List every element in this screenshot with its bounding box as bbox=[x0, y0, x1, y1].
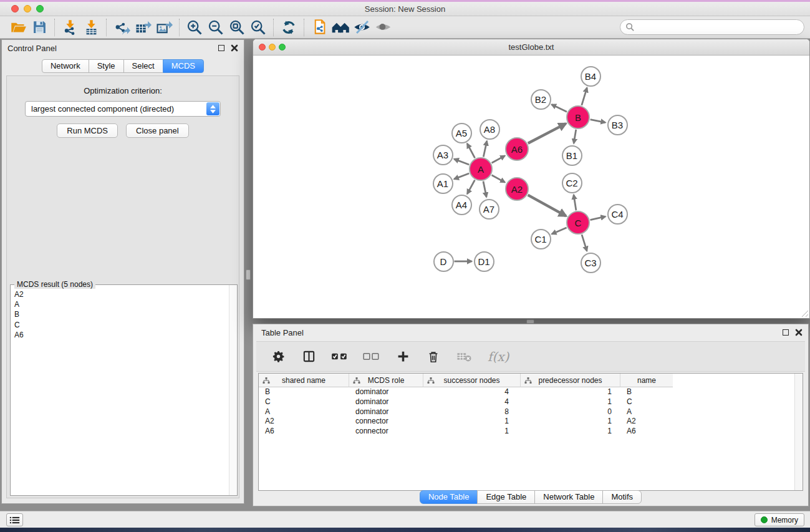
table-row[interactable]: A6connector11A6 bbox=[259, 427, 803, 437]
task-history-button[interactable] bbox=[6, 513, 23, 526]
graph-edge-A6-B[interactable] bbox=[528, 123, 566, 143]
graph-edge-A-A8[interactable] bbox=[483, 141, 487, 157]
tab-network-table[interactable]: Network Table bbox=[534, 490, 603, 504]
delete-column-button[interactable] bbox=[425, 347, 441, 366]
graph-edge-A-A2[interactable] bbox=[492, 175, 505, 183]
close-panel-icon[interactable] bbox=[795, 329, 803, 336]
graph-edge-A2-C[interactable] bbox=[528, 195, 566, 216]
mcds-result-item[interactable]: A bbox=[14, 299, 228, 309]
zoom-out-button[interactable] bbox=[205, 17, 226, 37]
result-scrollbar[interactable] bbox=[229, 285, 237, 495]
table-row[interactable]: Adominator80A bbox=[259, 407, 803, 417]
graph-node-A8[interactable]: A8 bbox=[480, 119, 500, 140]
graph-edge-C-C1[interactable] bbox=[552, 228, 567, 234]
tab-network[interactable]: Network bbox=[42, 59, 89, 73]
show-graphics-button[interactable] bbox=[372, 17, 393, 37]
table-row[interactable]: A2connector11A2 bbox=[259, 417, 803, 427]
tab-edge-table[interactable]: Edge Table bbox=[477, 490, 535, 504]
graph-edge-A-A7[interactable] bbox=[483, 181, 486, 197]
zoom-fit-button[interactable] bbox=[226, 17, 248, 37]
graph-node-A6[interactable]: A6 bbox=[505, 137, 529, 161]
tab-select[interactable]: Select bbox=[123, 59, 163, 73]
graph-node-A5[interactable]: A5 bbox=[451, 123, 472, 143]
export-image-button[interactable] bbox=[153, 17, 175, 37]
search-input[interactable] bbox=[635, 21, 804, 34]
graph-node-D1[interactable]: D1 bbox=[474, 251, 494, 272]
graph-edge-A-A6[interactable] bbox=[492, 156, 505, 163]
import-table-button[interactable] bbox=[80, 17, 102, 37]
graph-node-A3[interactable]: A3 bbox=[433, 145, 453, 165]
delete-table-button[interactable] bbox=[456, 347, 473, 366]
tab-motifs[interactable]: Motifs bbox=[602, 490, 642, 504]
graph-edge-B-B1[interactable] bbox=[574, 130, 576, 143]
graph-node-A1[interactable]: A1 bbox=[433, 173, 453, 194]
column-header-shared-name[interactable]: shared name bbox=[259, 374, 349, 387]
column-header-name[interactable]: name bbox=[620, 374, 673, 387]
tab-mcds[interactable]: MCDS bbox=[163, 59, 204, 73]
column-header-predecessor-nodes[interactable]: predecessor nodes bbox=[521, 374, 620, 387]
graph-edge-B-B2[interactable] bbox=[552, 104, 567, 112]
run-mcds-button[interactable]: Run MCDS bbox=[57, 123, 118, 138]
network-from-file-button[interactable] bbox=[309, 17, 330, 37]
graph-node-A[interactable]: A bbox=[469, 157, 493, 181]
graph-node-C4[interactable]: C4 bbox=[607, 204, 628, 225]
open-session-button[interactable] bbox=[7, 17, 29, 37]
import-network-button[interactable] bbox=[59, 17, 80, 37]
graph-edge-A-A1[interactable] bbox=[454, 173, 469, 179]
tab-style[interactable]: Style bbox=[89, 59, 124, 73]
graph-edge-A-A5[interactable] bbox=[467, 143, 475, 158]
close-panel-icon[interactable] bbox=[231, 44, 238, 52]
graph-node-A4[interactable]: A4 bbox=[451, 195, 472, 215]
column-layout-button[interactable] bbox=[301, 347, 317, 366]
graph-edge-A-A3[interactable] bbox=[454, 159, 469, 165]
graph-edge-C-C3[interactable] bbox=[582, 235, 587, 251]
graph-edge-B-B4[interactable] bbox=[582, 88, 587, 105]
graph-node-C[interactable]: C bbox=[566, 211, 590, 235]
add-column-button[interactable] bbox=[395, 347, 411, 366]
function-builder-button[interactable]: f(x) bbox=[488, 347, 509, 366]
float-panel-icon[interactable] bbox=[218, 45, 224, 51]
graph-edge-B-B3[interactable] bbox=[591, 120, 605, 123]
float-panel-icon[interactable] bbox=[783, 329, 789, 336]
network-canvas[interactable]: B4B2BB3A5A8A6B1A3AC2A1A2A4A7C4CC1C3DD1 bbox=[253, 56, 809, 318]
close-panel-button[interactable]: Close panel bbox=[126, 123, 189, 138]
table-scrollbar[interactable] bbox=[794, 374, 803, 490]
graph-node-D[interactable]: D bbox=[433, 251, 454, 272]
graph-node-C1[interactable]: C1 bbox=[531, 229, 551, 249]
graph-node-B4[interactable]: B4 bbox=[581, 66, 601, 87]
mcds-result-item[interactable]: C bbox=[14, 320, 228, 330]
save-session-button[interactable] bbox=[29, 17, 50, 37]
memory-button[interactable]: Memory bbox=[755, 513, 804, 526]
graph-node-B1[interactable]: B1 bbox=[562, 145, 582, 166]
graph-node-B[interactable]: B bbox=[566, 105, 590, 129]
zoom-in-button[interactable] bbox=[184, 17, 205, 37]
column-header-successor-nodes[interactable]: successor nodes bbox=[423, 374, 521, 387]
graph-node-C2[interactable]: C2 bbox=[562, 173, 582, 193]
deselect-all-button[interactable] bbox=[363, 347, 380, 366]
graph-edge-C-C2[interactable] bbox=[574, 195, 576, 210]
graph-node-B2[interactable]: B2 bbox=[531, 89, 551, 110]
graph-node-C3[interactable]: C3 bbox=[581, 253, 601, 273]
mcds-result-item[interactable]: A6 bbox=[14, 330, 228, 340]
graph-node-A2[interactable]: A2 bbox=[505, 177, 529, 201]
refresh-button[interactable] bbox=[278, 17, 299, 37]
graph-node-A7[interactable]: A7 bbox=[479, 199, 499, 220]
export-table-button[interactable] bbox=[132, 17, 153, 37]
table-settings-button[interactable] bbox=[270, 347, 286, 366]
hide-graphics-button[interactable] bbox=[351, 17, 372, 37]
mcds-result-item[interactable]: A2 bbox=[14, 289, 228, 299]
graph-node-B3[interactable]: B3 bbox=[607, 115, 628, 135]
panel-splitter-handle[interactable] bbox=[246, 269, 251, 280]
mcds-result-item[interactable]: B bbox=[14, 309, 228, 319]
home-networks-button[interactable] bbox=[330, 17, 351, 37]
graph-edge-C-C4[interactable] bbox=[591, 216, 605, 220]
criterion-dropdown[interactable]: largest connected component (directed) bbox=[25, 101, 221, 117]
table-row[interactable]: Bdominator41B bbox=[259, 387, 803, 397]
select-all-button[interactable] bbox=[331, 347, 349, 366]
tab-node-table[interactable]: Node Table bbox=[420, 490, 478, 504]
table-row[interactable]: Cdominator41C bbox=[259, 397, 803, 407]
graph-edge-A-A4[interactable] bbox=[467, 180, 475, 194]
table-splitter-handle[interactable] bbox=[526, 319, 534, 324]
column-header-mcds-role[interactable]: MCDS role bbox=[349, 374, 423, 387]
zoom-selected-button[interactable] bbox=[248, 17, 269, 37]
